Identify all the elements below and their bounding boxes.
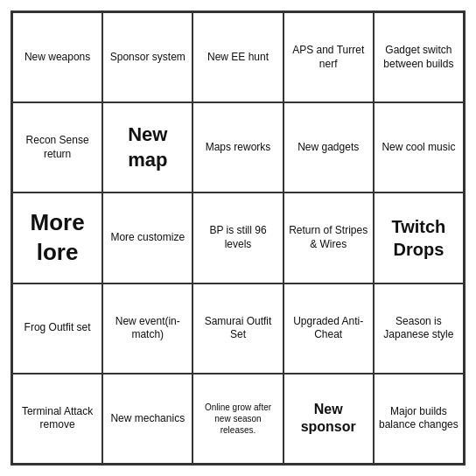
cell-10: More lore — [12, 192, 102, 283]
cell-16: New event(in-match) — [102, 284, 192, 374]
cell-12: BP is still 96 levels — [192, 192, 283, 283]
cell-18: Upgraded Anti-Cheat — [284, 284, 374, 374]
cell-14: Twitch Drops — [374, 192, 464, 283]
cell-15: Frog Outfit set — [12, 284, 102, 374]
cell-24: Major builds balance changes — [374, 374, 464, 464]
cell-8: New gadgets — [284, 102, 374, 192]
cell-23: New sponsor — [284, 374, 374, 464]
cell-9: New cool music — [374, 102, 464, 192]
cell-13: Return of Stripes & Wires — [284, 192, 374, 283]
cell-3: APS and Turret nerf — [284, 12, 374, 102]
cell-22: Online grow after new season releases. — [192, 374, 283, 464]
cell-0: New weapons — [12, 12, 102, 102]
cell-1: Sponsor system — [102, 12, 192, 102]
cell-21: New mechanics — [102, 374, 192, 464]
cell-17: Samurai Outfit Set — [192, 284, 283, 374]
cell-4: Gadget switch between builds — [374, 12, 464, 102]
cell-11: More customize — [102, 192, 192, 283]
cell-6: New map — [102, 102, 192, 192]
cell-19: Season is Japanese style — [374, 284, 464, 374]
cell-2: New EE hunt — [192, 12, 283, 102]
cell-5: Recon Sense return — [12, 102, 102, 192]
cell-20: Terminal Attack remove — [12, 374, 102, 464]
cell-7: Maps reworks — [192, 102, 283, 192]
bingo-card: New weaponsSponsor systemNew EE huntAPS … — [10, 10, 466, 466]
